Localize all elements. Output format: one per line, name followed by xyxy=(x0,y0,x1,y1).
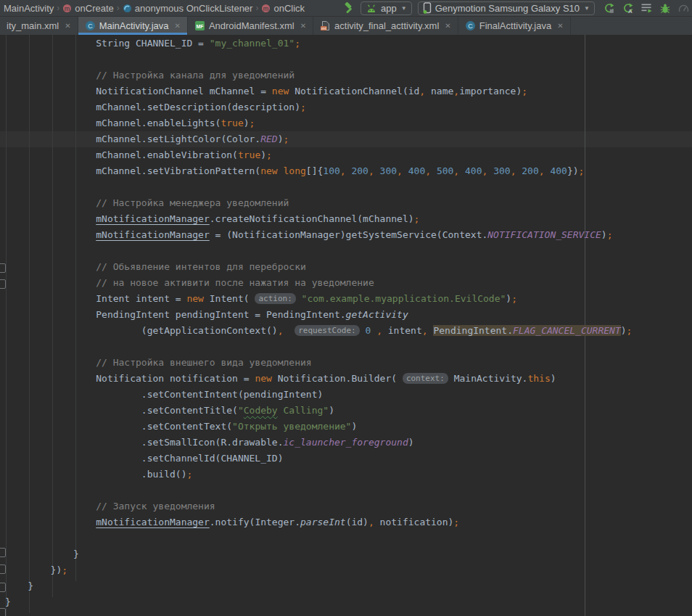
run-config-label: app xyxy=(381,3,397,14)
fold-marker[interactable] xyxy=(0,608,6,616)
close-icon[interactable]: ✕ xyxy=(445,22,450,30)
build-hammer-icon[interactable] xyxy=(342,2,355,15)
code-line[interactable]: mNotificationManager.notify(Integer.pars… xyxy=(0,514,692,530)
svg-text:m: m xyxy=(65,4,70,12)
fold-marker[interactable] xyxy=(0,564,6,574)
code-line[interactable]: // Запуск уведомления xyxy=(0,498,692,514)
java-class-icon: C xyxy=(85,20,96,31)
svg-text:xml: xml xyxy=(321,27,326,30)
code-line[interactable]: .setContentIntent(pendingIntent) xyxy=(0,387,692,403)
method-icon: m xyxy=(62,4,72,13)
run-actions: A xyxy=(604,3,689,14)
code-line[interactable]: mNotificationManager.createNotificationC… xyxy=(0,211,692,227)
svg-text:MF: MF xyxy=(196,24,204,29)
breadcrumb-item[interactable]: monClick xyxy=(259,3,307,14)
code-line[interactable]: mChannel.setVibrationPattern(new long[]{… xyxy=(0,163,692,179)
code-line[interactable]: // Настройка канала для уведомлений xyxy=(0,67,692,83)
chevron-down-icon: ▼ xyxy=(584,5,590,12)
parameter-hint: requestCode: xyxy=(294,325,359,336)
close-icon[interactable]: ✕ xyxy=(300,22,306,30)
code-line[interactable]: String CHANNEL_ID = "my_channel_01"; xyxy=(0,36,692,52)
code-line[interactable]: } xyxy=(0,594,692,610)
breadcrumb-item[interactable]: anonymous OnClickListener xyxy=(120,3,255,14)
android-studio-window: MainActivity›monCreate›anonymous OnClick… xyxy=(0,0,692,616)
code-area: String CHANNEL_ID = "my_channel_01"; // … xyxy=(0,36,692,610)
toolbar-right: app ▼ Genymotion Samsung Galaxy S10 ▼ A xyxy=(342,1,691,15)
code-line[interactable]: }); xyxy=(0,562,692,578)
svg-text:C: C xyxy=(88,22,93,30)
phone-icon xyxy=(423,2,432,14)
tab-label: activity_final_acttivity.xml xyxy=(334,20,439,31)
code-line[interactable]: // Настройка внешнего вида уведомления xyxy=(0,355,692,371)
code-line[interactable]: } xyxy=(0,578,692,594)
code-line[interactable] xyxy=(0,482,692,498)
tab-label: FinalActtivity.java xyxy=(479,20,551,31)
code-line[interactable]: mChannel.setDescription(description); xyxy=(0,99,692,115)
breadcrumb-item[interactable]: MainActivity xyxy=(1,3,56,14)
code-line[interactable] xyxy=(0,530,692,546)
svg-text:A: A xyxy=(628,8,633,14)
code-line[interactable]: } xyxy=(0,546,692,562)
rerun-icon[interactable] xyxy=(604,3,614,14)
chevron-down-icon: ▼ xyxy=(401,5,407,12)
code-editor[interactable]: String CHANNEL_ID = "my_channel_01"; // … xyxy=(0,35,692,616)
fold-marker[interactable] xyxy=(0,548,6,557)
method-icon: m xyxy=(261,4,271,13)
code-line[interactable]: mChannel.enableLights(true); xyxy=(0,115,692,131)
xml-layout-icon: xml xyxy=(320,20,331,31)
code-line[interactable]: .build(); xyxy=(0,467,692,482)
tab-activity_final_acttivity.xml[interactable]: xmlactivity_final_acttivity.xml✕ xyxy=(313,17,458,35)
code-line[interactable]: .setContentText("Открыть уведомление") xyxy=(0,419,692,435)
breadcrumb-label: anonymous OnClickListener xyxy=(135,3,253,14)
device-select[interactable]: Genymotion Samsung Galaxy S10 ▼ xyxy=(418,1,595,15)
tab-AndroidManifest.xml[interactable]: MFAndroidManifest.xml✕ xyxy=(188,17,313,35)
tab-label: AndroidManifest.xml xyxy=(209,20,294,31)
svg-text:C: C xyxy=(468,22,473,30)
tab-ity_main.xml[interactable]: ity_main.xml✕ xyxy=(0,17,78,35)
code-line[interactable] xyxy=(0,243,692,259)
code-line[interactable]: .setChannelId(CHANNEL_ID) xyxy=(0,451,692,467)
code-line[interactable] xyxy=(0,52,692,67)
fold-marker[interactable] xyxy=(0,263,6,273)
debug-icon[interactable] xyxy=(660,3,670,14)
code-line[interactable]: .setContentTitle("Codeby Calling") xyxy=(0,403,692,419)
run-configurations-icon[interactable] xyxy=(641,3,652,13)
code-line[interactable]: .setSmallIcon(R.drawable.ic_launcher_for… xyxy=(0,435,692,451)
svg-text:m: m xyxy=(263,4,269,12)
breadcrumb-item[interactable]: monCreate xyxy=(60,3,115,14)
tab-FinalActtivity.java[interactable]: CFinalActtivity.java✕ xyxy=(458,17,571,35)
code-line[interactable]: // Обьявление интентов для переброски xyxy=(0,259,692,275)
close-icon[interactable]: ✕ xyxy=(174,22,180,30)
code-line[interactable]: mChannel.enableVibration(true); xyxy=(0,147,692,163)
code-line[interactable]: Intent intent = new Intent( action: "com… xyxy=(0,291,692,307)
code-line[interactable]: // Настройка менеджера уведомлений xyxy=(0,195,692,211)
code-line[interactable]: NotificationChannel mChannel = new Notif… xyxy=(0,83,692,99)
code-line[interactable]: Notification notification = new Notifica… xyxy=(0,371,692,387)
tab-MainActivity.java[interactable]: CMainActivity.java✕ xyxy=(78,17,188,35)
navigation-bar: MainActivity›monCreate›anonymous OnClick… xyxy=(0,0,692,17)
fold-marker[interactable] xyxy=(0,279,6,289)
apply-changes-icon[interactable]: A xyxy=(622,3,633,14)
code-line[interactable]: (getApplicationContext(), requestCode: 0… xyxy=(0,323,692,339)
parameter-hint: context: xyxy=(403,373,448,384)
code-line[interactable] xyxy=(0,339,692,355)
android-robot-icon xyxy=(366,4,377,13)
tab-label: ity_main.xml xyxy=(7,20,59,31)
code-line[interactable]: mNotificationManager = (NotificationMana… xyxy=(0,227,692,243)
java-class-icon: C xyxy=(465,20,476,31)
run-config-select[interactable]: app ▼ xyxy=(361,1,412,15)
code-line[interactable]: mChannel.setLightColor(Color.RED); xyxy=(0,131,692,147)
code-line[interactable]: // на новое активити после нажатия на ув… xyxy=(0,275,692,291)
code-line[interactable] xyxy=(0,179,692,195)
close-icon[interactable]: ✕ xyxy=(65,22,70,30)
parameter-hint: action: xyxy=(255,293,295,304)
breadcrumb: MainActivity›monCreate›anonymous OnClick… xyxy=(1,3,307,14)
breadcrumb-label: MainActivity xyxy=(4,3,54,14)
tab-label: MainActivity.java xyxy=(99,20,169,31)
code-line[interactable]: PendingIntent pendingIntent = PendingInt… xyxy=(0,307,692,323)
close-icon[interactable]: ✕ xyxy=(557,22,563,30)
breadcrumb-label: onClick xyxy=(273,3,305,14)
device-label: Genymotion Samsung Galaxy S10 xyxy=(435,3,580,14)
fold-marker[interactable] xyxy=(0,583,6,592)
profile-icon[interactable] xyxy=(678,3,689,13)
